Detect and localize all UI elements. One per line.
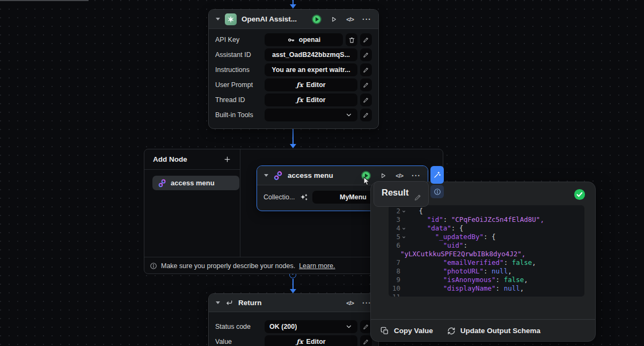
line-number: 10 (392, 284, 400, 293)
delete-button[interactable] (346, 33, 357, 46)
result-title: Result (382, 188, 408, 198)
code-view-icon[interactable]: </> (346, 300, 354, 306)
result-json-viewer[interactable]: 2 {3 "id": "CPqFeOiJZc5n4fElAd8U",4 "dat… (389, 205, 584, 297)
field-row: InstructionsYou are an expert waitr... (215, 62, 372, 77)
update-output-schema-label: Update Output Schema (460, 327, 540, 335)
key-icon (287, 36, 295, 44)
buildship-node-icon (273, 171, 283, 181)
field-value-pill[interactable]: openai (265, 33, 343, 46)
info-text: Make sure you properly describe your nod… (161, 262, 295, 270)
field-value-pill[interactable]: ƒxEditor (265, 93, 357, 106)
field-value: openai (299, 36, 320, 44)
code-line: "yLXCutkkuSPFE2QrwbIBk8dyo4J2", (392, 250, 584, 258)
code-text: "isAnonymous": false, (407, 276, 528, 284)
field-label: API Key (215, 36, 265, 44)
code-line: 8 "photoURL": null, (392, 267, 584, 276)
result-footer: Copy Value Update Output Schema (371, 319, 595, 342)
return-node[interactable]: Return </> ··· Status codeOK (200)Valueƒ… (208, 293, 379, 346)
return-node-header: Return </> ··· (209, 294, 378, 312)
learn-more-link[interactable]: Learn more. (299, 262, 335, 270)
field-value-pill[interactable]: OK (200) (265, 320, 357, 333)
field-label: Thread ID (215, 96, 265, 104)
top-edge-line (0, 0, 89, 1)
field-value: OK (200) (269, 323, 297, 330)
edit-button[interactable] (360, 78, 372, 91)
mouse-cursor (362, 176, 372, 189)
field-label: Assistant ID (215, 51, 265, 59)
fx-editor-icon: ƒx (296, 96, 303, 104)
chevron-down-icon (345, 323, 353, 330)
edge-arrow-group-to-return (290, 279, 296, 293)
code-text: "id": "CPqFeOiJZc5n4fElAd8U", (407, 215, 544, 224)
edit-button[interactable] (360, 93, 372, 106)
edit-button[interactable] (360, 109, 372, 121)
copy-value-button[interactable]: Copy Value (380, 327, 433, 335)
field-value-pill[interactable]: You are an expert waitr... (265, 63, 357, 76)
field-value: Editor (306, 81, 326, 89)
field-row: User PromptƒxEditor (215, 77, 372, 92)
magic-wand-icon (433, 171, 441, 179)
sparkles-icon (299, 193, 309, 202)
openai-logo-icon (225, 13, 237, 25)
node-title: Return (238, 299, 262, 307)
field-value-pill[interactable]: asst_OadB242bbzmqS... (265, 48, 357, 61)
info-icon (150, 262, 157, 270)
fx-editor-icon: ƒx (296, 81, 303, 89)
field-value-pill[interactable] (265, 109, 357, 121)
ai-wand-button[interactable] (430, 166, 444, 184)
more-options-icon[interactable]: ··· (412, 171, 421, 180)
copy-value-label: Copy Value (394, 327, 433, 335)
code-line: 6 "uid": (392, 241, 584, 250)
fold-chevron-icon[interactable] (400, 207, 407, 215)
node-title: access menu (288, 171, 333, 179)
copy-icon (380, 327, 389, 335)
code-line: 3 "id": "CPqFeOiJZc5n4fElAd8U", (392, 215, 584, 224)
code-text: "displayName": null, (407, 284, 524, 293)
line-number: 6 (392, 241, 400, 250)
test-play-icon[interactable] (330, 16, 338, 23)
run-node-button[interactable] (312, 15, 321, 24)
update-output-schema-button[interactable]: Update Output Schema (447, 327, 540, 335)
code-text: "photoURL": null, (407, 267, 512, 276)
field-value: asst_OadB242bbzmqS... (272, 51, 350, 59)
return-arrow-icon (225, 299, 233, 307)
node-info-button[interactable] (430, 185, 444, 198)
pencil-icon[interactable] (414, 193, 422, 201)
collapse-chevron-icon[interactable] (216, 301, 220, 304)
edit-button[interactable] (360, 63, 372, 76)
field-label: Collectio... (264, 193, 299, 201)
field-value-pill[interactable]: ƒxEditor (265, 335, 357, 346)
refresh-icon (447, 327, 456, 335)
result-panel: Result 2 {3 "id": "CPqFeOiJZc5n4fElAd8U"… (370, 182, 596, 342)
field-value: Editor (306, 338, 326, 345)
field-label: Value (215, 338, 265, 345)
field-row: Assistant IDasst_OadB242bbzmqS... (215, 47, 372, 62)
field-label: Instructions (215, 66, 265, 74)
field-value-pill[interactable]: ƒxEditor (265, 78, 357, 91)
line-number: 11 (392, 293, 400, 297)
node-list-item-access-menu[interactable]: access menu (152, 176, 239, 190)
field-label: User Prompt (215, 81, 265, 89)
collapse-chevron-icon[interactable] (216, 18, 220, 20)
field-label: Status code (215, 323, 265, 330)
collapse-chevron-icon[interactable] (264, 174, 268, 177)
fold-chevron-icon[interactable] (400, 233, 407, 241)
edge-arrow-into-openai (290, 0, 296, 9)
test-play-icon[interactable] (379, 172, 387, 179)
edit-button[interactable] (360, 48, 372, 61)
line-number: 3 (392, 215, 400, 224)
code-text: "yLXCutkkuSPFE2QrwbIBk8dyo4J2", (400, 250, 525, 258)
node-title: OpenAI Assist... (241, 15, 297, 23)
code-text: "uid": (407, 241, 467, 250)
code-view-icon[interactable]: </> (396, 172, 403, 179)
edit-button[interactable] (360, 33, 372, 46)
node-list-item-label: access menu (171, 179, 215, 187)
edit-button[interactable] (360, 335, 372, 346)
code-view-icon[interactable]: </> (346, 16, 354, 23)
plus-icon[interactable] (223, 155, 231, 163)
fold-chevron-icon[interactable] (400, 224, 407, 233)
code-line: 11 (392, 293, 584, 297)
more-options-icon[interactable]: ··· (362, 15, 371, 24)
field-row: API Keyopenai (215, 32, 372, 47)
openai-assistant-node[interactable]: OpenAI Assist... </> ··· API KeyopenaiAs… (208, 9, 379, 129)
